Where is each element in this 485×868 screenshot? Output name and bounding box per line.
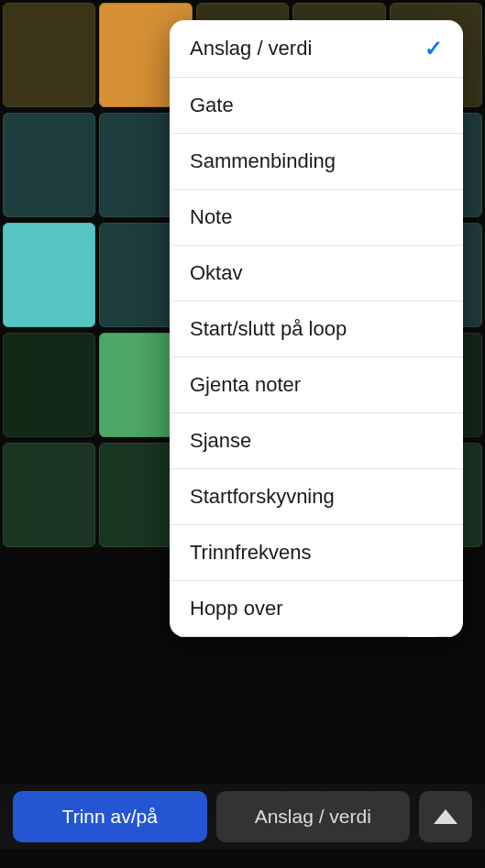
- checkmark-icon: ✓: [424, 36, 443, 61]
- step-toggle-button[interactable]: Trinn av/på: [13, 791, 207, 842]
- edit-mode-menu: Anslag / verdi ✓ Gate Sammenbinding Note…: [170, 20, 463, 637]
- menu-item-label: Oktav: [190, 261, 242, 285]
- grid-cell[interactable]: [3, 333, 95, 437]
- menu-item-label: Hopp over: [190, 597, 283, 621]
- menu-item-label: Gate: [190, 93, 234, 117]
- menu-item-label: Sammenbinding: [190, 149, 336, 173]
- menu-item-note[interactable]: Note: [170, 190, 463, 246]
- edit-mode-button[interactable]: Anslag / verdi: [216, 791, 411, 842]
- menu-item-label: Start/slutt på loop: [190, 317, 347, 341]
- grid-cell[interactable]: [3, 3, 95, 107]
- menu-item-label: Note: [190, 205, 232, 229]
- menu-item-octave[interactable]: Oktav: [170, 246, 463, 302]
- menu-item-repeat[interactable]: Gjenta noter: [170, 357, 463, 413]
- menu-item-label: Trinnfrekvens: [190, 541, 311, 565]
- menu-item-skip[interactable]: Hopp over: [170, 581, 463, 637]
- menu-item-label: Sjanse: [190, 429, 251, 453]
- menu-item-label: Anslag / verdi: [190, 37, 312, 60]
- menu-item-label: Gjenta noter: [190, 373, 301, 397]
- menu-toggle-button[interactable]: [419, 791, 472, 842]
- grid-cell[interactable]: [3, 443, 95, 547]
- menu-item-chance[interactable]: Sjanse: [170, 413, 463, 469]
- menu-item-gate[interactable]: Gate: [170, 78, 463, 134]
- menu-item-rate[interactable]: Trinnfrekvens: [170, 525, 463, 581]
- grid-cell[interactable]: [3, 113, 95, 217]
- menu-item-loop[interactable]: Start/slutt på loop: [170, 302, 463, 357]
- menu-item-offset[interactable]: Startforskyvning: [170, 469, 463, 525]
- popup-tail: [406, 635, 435, 637]
- menu-item-velocity[interactable]: Anslag / verdi ✓: [170, 20, 463, 78]
- menu-item-label: Startforskyvning: [190, 485, 335, 509]
- grid-cell[interactable]: [3, 223, 95, 327]
- menu-item-tie[interactable]: Sammenbinding: [170, 134, 463, 190]
- triangle-up-icon: [434, 809, 457, 824]
- bottom-toolbar: Trinn av/på Anslag / verdi: [0, 784, 485, 850]
